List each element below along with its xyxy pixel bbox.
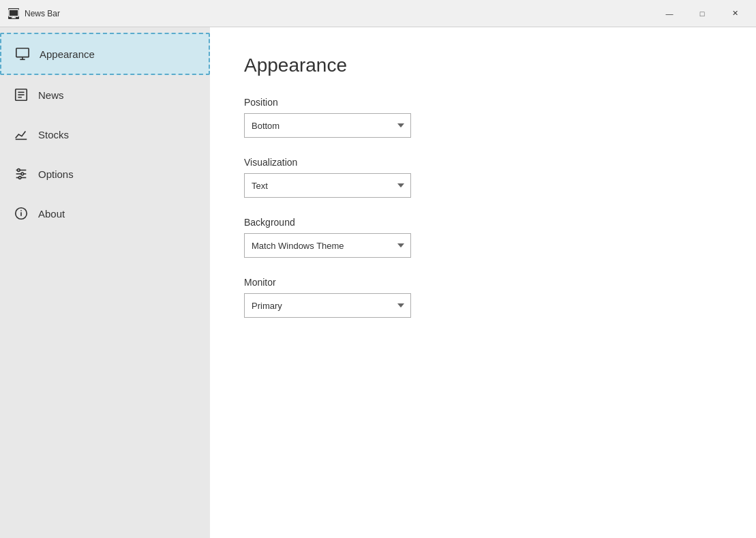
sidebar-label-about: About bbox=[38, 208, 65, 220]
window-title: News Bar bbox=[25, 9, 60, 18]
monitor-group: Monitor Primary Secondary All bbox=[244, 277, 722, 318]
background-select-wrapper: Match Windows Theme Dark Light Custom bbox=[244, 233, 411, 258]
sidebar-item-options[interactable]: Options bbox=[0, 154, 210, 194]
sliders-icon bbox=[14, 166, 29, 181]
visualization-label: Visualization bbox=[244, 157, 722, 168]
monitor-select[interactable]: Primary Secondary All bbox=[244, 293, 411, 318]
svg-point-16 bbox=[18, 177, 21, 179]
close-button[interactable]: ✕ bbox=[719, 3, 751, 25]
monitor-select-wrapper: Primary Secondary All bbox=[244, 293, 411, 318]
background-select[interactable]: Match Windows Theme Dark Light Custom bbox=[244, 233, 411, 258]
position-label: Position bbox=[244, 97, 722, 108]
background-group: Background Match Windows Theme Dark Ligh… bbox=[244, 217, 722, 258]
svg-point-19 bbox=[21, 210, 22, 211]
maximize-button[interactable]: □ bbox=[686, 3, 718, 25]
sidebar-label-appearance: Appearance bbox=[40, 48, 95, 60]
window-controls: — □ ✕ bbox=[654, 3, 751, 25]
monitor-icon bbox=[15, 46, 30, 61]
svg-point-15 bbox=[21, 173, 24, 175]
svg-rect-3 bbox=[16, 48, 29, 57]
minimize-button[interactable]: — bbox=[654, 3, 685, 25]
sidebar-item-stocks[interactable]: Stocks bbox=[0, 115, 210, 154]
app-icon bbox=[8, 8, 19, 19]
visualization-group: Visualization Text Ticker Scroll bbox=[244, 157, 722, 198]
sidebar-item-appearance[interactable]: Appearance bbox=[0, 33, 210, 75]
visualization-select[interactable]: Text Ticker Scroll bbox=[244, 173, 411, 198]
main-layout: Appearance News Stocks bbox=[0, 27, 756, 538]
sidebar-label-news: News bbox=[38, 89, 64, 101]
content-area: Appearance Position Bottom Top Left Righ… bbox=[210, 27, 756, 538]
title-bar: News Bar — □ ✕ bbox=[0, 0, 756, 27]
info-icon bbox=[14, 206, 29, 221]
chart-icon bbox=[14, 127, 29, 142]
position-group: Position Bottom Top Left Right bbox=[244, 97, 722, 138]
monitor-label: Monitor bbox=[244, 277, 722, 288]
sidebar: Appearance News Stocks bbox=[0, 27, 210, 538]
sidebar-item-about[interactable]: About bbox=[0, 194, 210, 233]
sidebar-item-news[interactable]: News bbox=[0, 75, 210, 115]
svg-point-14 bbox=[18, 169, 20, 172]
position-select[interactable]: Bottom Top Left Right bbox=[244, 113, 411, 138]
background-label: Background bbox=[244, 217, 722, 228]
sidebar-label-stocks: Stocks bbox=[38, 129, 69, 140]
newspaper-icon bbox=[14, 87, 29, 102]
visualization-select-wrapper: Text Ticker Scroll bbox=[244, 173, 411, 198]
svg-rect-0 bbox=[9, 10, 18, 16]
page-title: Appearance bbox=[244, 55, 722, 76]
sidebar-label-options: Options bbox=[38, 168, 74, 180]
position-select-wrapper: Bottom Top Left Right bbox=[244, 113, 411, 138]
title-bar-left: News Bar bbox=[8, 8, 60, 19]
